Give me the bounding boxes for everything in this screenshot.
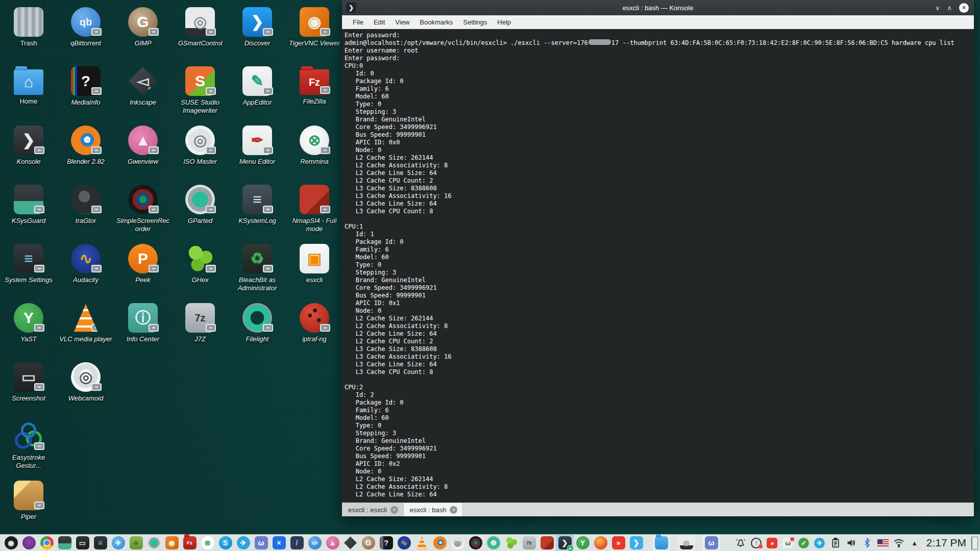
taskbar-opensuse-icon[interactable]: ◉ (2, 535, 20, 551)
desktop-icon-j7z[interactable]: 7z∞J7Z (172, 303, 229, 343)
close-button[interactable]: × (959, 3, 969, 13)
menu-item-settings[interactable]: Settings (458, 17, 492, 28)
clipboard-icon[interactable] (830, 537, 841, 548)
desktop-icon-screenshot[interactable]: ▭∞Screenshot (0, 362, 57, 403)
taskbar-discover-icon[interactable]: ❯ (627, 535, 645, 551)
taskbar-task-konsole-active[interactable]: ❯+ (556, 535, 574, 551)
taskbar-j7z-icon[interactable]: 7z (520, 535, 538, 551)
desktop-icon-tragtor[interactable]: ∞traGtor (57, 185, 114, 225)
clock[interactable]: 2:17 PM (923, 537, 971, 549)
taskbar-ghex-icon[interactable] (502, 535, 520, 551)
taskbar-gimp-icon[interactable]: G (359, 535, 377, 551)
desktop-icon-home[interactable]: ⌂Home (0, 66, 57, 106)
desktop-icon-gimp[interactable]: G∞GIMP (114, 7, 172, 47)
taskbar-gwenview-icon[interactable]: ▲ (324, 535, 341, 551)
taskbar-tor-browser-icon[interactable] (20, 535, 38, 551)
taskbar-tigervnc-icon[interactable]: ◉ (163, 535, 181, 551)
tab-close-icon[interactable]: × (450, 506, 457, 514)
desktop-icon-audacity[interactable]: ∿∞Audacity (57, 244, 114, 284)
desktop-icon-appeditor[interactable]: ✎∞AppEditor (229, 66, 286, 107)
desktop-icon-gwenview[interactable]: ▲∞Gwenview (114, 126, 172, 166)
menu-item-help[interactable]: Help (493, 17, 516, 28)
desktop-icon-gparted[interactable]: ∞GParted (172, 185, 229, 225)
desktop-icon-discover[interactable]: ❯∞Discover (229, 7, 286, 47)
desktop-icon-nmapsi4[interactable]: ∞NmapSI4 - Full mode (286, 185, 343, 233)
terminal-output[interactable]: Enter password:admin@localhost:/opt/vmwa… (342, 29, 974, 503)
menu-item-view[interactable]: View (390, 17, 414, 28)
telegram-tray-icon[interactable]: ✈ (814, 537, 825, 548)
taskbar-audacity-icon[interactable]: ∿ (395, 535, 413, 551)
success-check-icon[interactable]: ✓ (798, 537, 810, 548)
show-desktop-button[interactable] (971, 537, 978, 549)
desktop-icon-piper[interactable]: ∞Piper (0, 481, 57, 521)
taskbar-task-gsmartcontrol[interactable]: ◎ (677, 535, 695, 551)
desktop-icon-mediainfo[interactable]: ?∞MediaInfo (57, 66, 114, 107)
taskbar-screenshot-icon[interactable]: ▭ (74, 535, 91, 551)
discord-tray-icon[interactable]: ω (782, 537, 794, 548)
desktop-icon-filezilla[interactable]: Fz∞FileZilla (286, 66, 343, 106)
taskbar-task-dolphin[interactable] (652, 535, 670, 551)
taskbar-nmapsi4-icon[interactable] (538, 535, 556, 551)
taskbar-skype-icon[interactable]: S (216, 535, 234, 551)
taskbar-notepadqq-icon[interactable]: ≡ (127, 535, 145, 551)
taskbar-telegram-icon[interactable]: ✈ (234, 535, 252, 551)
taskbar-mediainfo-icon[interactable]: ? (377, 535, 395, 551)
desktop-icon-konsole[interactable]: ❯∞Konsole (0, 126, 57, 166)
taskbar-inkscape-icon[interactable] (341, 535, 359, 551)
taskbar-ksysguard-icon[interactable] (56, 535, 74, 551)
terminal-tab-esxcli-bash[interactable]: esxcli : bash× (404, 503, 463, 516)
desktop-icon-easystroke-gestures[interactable]: ∞Easystroke Gestur... (0, 421, 57, 470)
bluetooth-icon[interactable] (862, 537, 873, 548)
taskbar-webcamoid-icon[interactable]: ◎ (449, 535, 467, 551)
maximize-button[interactable]: ∧ (947, 5, 952, 11)
taskbar-firefox-icon[interactable] (592, 535, 609, 551)
desktop-icon-iso-master[interactable]: ◎∞ISO Master (172, 126, 229, 166)
taskbar-chrome-icon[interactable] (38, 535, 56, 551)
window-titlebar[interactable]: ❯ esxcli : bash — Konsole ∨ ∧ × (342, 0, 974, 15)
menu-item-bookmarks[interactable]: Bookmarks (415, 17, 457, 28)
menu-item-edit[interactable]: Edit (369, 17, 389, 28)
desktop-icon-remmina[interactable]: ⊗∞Remmina (286, 126, 343, 166)
taskbar-vlc-icon[interactable] (413, 535, 431, 551)
taskbar-filelight-icon[interactable] (484, 535, 502, 551)
desktop-icon-blender[interactable]: ∞Blender 2.82 (57, 126, 114, 166)
desktop-icon-info-center[interactable]: ⓘ∞Info Center (114, 303, 172, 343)
taskbar-blender-icon[interactable] (431, 535, 449, 551)
desktop-icon-menu-editor[interactable]: ✒∞Menu Editor (229, 126, 286, 166)
desktop-icon-yast[interactable]: Y∞YaST (0, 303, 57, 343)
desktop-icon-gsmartcontrol[interactable]: ◎∞GSmartControl (172, 7, 229, 47)
taskbar-yast-icon[interactable]: Y (574, 535, 592, 551)
desktop-icon-esxcli[interactable]: ▣esxcli (286, 244, 343, 284)
taskbar-blue-x-app-icon[interactable]: × (270, 535, 288, 551)
desktop-icon-qbittorrent[interactable]: qb∞qBittorrent (57, 7, 114, 47)
desktop-icon-ksystemlog[interactable]: ≡∞KSystemLog (229, 185, 286, 225)
taskbar-dark-blue-app-icon[interactable]: / (288, 535, 306, 551)
desktop-icon-iptraf-ng[interactable]: ∞iptraf-ng (286, 303, 343, 343)
taskbar-filezilla-icon[interactable]: Fz (181, 535, 199, 551)
taskbar-qbittorrent-icon[interactable]: qb (306, 535, 324, 551)
desktop-icon-inkscape[interactable]: ◅∞Inkscape (114, 66, 172, 107)
desktop-icon-simplescreenrecorder[interactable]: ∞SimpleScreenRecorder (114, 185, 172, 233)
taskbar-airplane-app-icon[interactable]: ✈ (109, 535, 127, 551)
terminal-tab-esxcli-esxcli[interactable]: esxcli : esxcli× (342, 503, 404, 516)
wifi-icon[interactable] (893, 537, 904, 548)
desktop-icon-trash[interactable]: Trash (0, 7, 57, 47)
taskbar-simplescreenrecorder-icon[interactable] (467, 535, 484, 551)
updates-icon[interactable]: ↑ (751, 537, 762, 548)
taskbar-gparted-icon[interactable] (145, 535, 163, 551)
desktop-icon-tigervnc-viewer[interactable]: ◉∞TigerVNC Viewer (286, 7, 343, 47)
tab-close-icon[interactable]: × (390, 506, 398, 514)
taskbar-system-settings-icon[interactable]: ≡ (91, 535, 109, 551)
menu-item-file[interactable]: File (348, 17, 368, 28)
taskbar-remmina-icon[interactable]: ⊗ (199, 535, 216, 551)
desktop-icon-system-settings[interactable]: ≡∞System Settings (0, 244, 57, 284)
desktop-icon-vlc-media-player[interactable]: ∞VLC media player (57, 303, 114, 343)
desktop-icon-suse-studio-imagewriter[interactable]: S∞SUSE Studio Imagewriter (172, 66, 229, 115)
minimize-button[interactable]: ∨ (935, 5, 940, 11)
caret-up-icon[interactable]: ▲ (909, 537, 920, 548)
desktop-icon-webcamoid[interactable]: ◎∞Webcamoid (57, 362, 114, 403)
volume-icon[interactable] (846, 537, 857, 548)
desktop-icon-bleachbit-admin[interactable]: ♻∞BleachBit as Administrator (229, 244, 286, 292)
desktop-icon-filelight[interactable]: ∞Filelight (229, 303, 286, 343)
taskbar-task-discord[interactable]: ω (702, 535, 720, 551)
